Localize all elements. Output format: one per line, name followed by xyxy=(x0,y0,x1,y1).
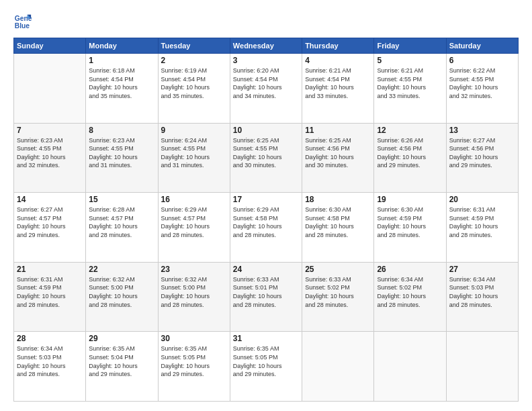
calendar-week-5: 28Sunrise: 6:34 AM Sunset: 5:03 PM Dayli… xyxy=(14,332,519,402)
calendar-cell: 15Sunrise: 6:28 AM Sunset: 4:57 PM Dayli… xyxy=(86,193,158,263)
day-detail: Sunrise: 6:18 AM Sunset: 4:54 PM Dayligh… xyxy=(89,66,154,100)
logo-icon: General Blue xyxy=(13,12,32,31)
calendar-cell: 30Sunrise: 6:35 AM Sunset: 5:05 PM Dayli… xyxy=(158,332,230,402)
day-number: 16 xyxy=(161,195,227,204)
calendar-header-friday: Friday xyxy=(374,38,446,54)
calendar-cell: 21Sunrise: 6:31 AM Sunset: 4:59 PM Dayli… xyxy=(14,262,86,332)
calendar-cell: 28Sunrise: 6:34 AM Sunset: 5:03 PM Dayli… xyxy=(14,332,86,402)
calendar-cell: 10Sunrise: 6:25 AM Sunset: 4:55 PM Dayli… xyxy=(230,123,302,193)
calendar-cell: 20Sunrise: 6:31 AM Sunset: 4:59 PM Dayli… xyxy=(446,193,518,263)
day-detail: Sunrise: 6:21 AM Sunset: 4:54 PM Dayligh… xyxy=(305,66,371,100)
day-detail: Sunrise: 6:34 AM Sunset: 5:03 PM Dayligh… xyxy=(17,345,83,378)
day-number: 7 xyxy=(17,126,83,135)
svg-text:Blue: Blue xyxy=(15,22,30,30)
calendar-cell xyxy=(14,54,86,124)
day-detail: Sunrise: 6:33 AM Sunset: 5:01 PM Dayligh… xyxy=(233,275,299,309)
logo: General Blue xyxy=(13,12,35,31)
day-detail: Sunrise: 6:34 AM Sunset: 5:02 PM Dayligh… xyxy=(377,275,443,309)
day-number: 3 xyxy=(233,56,299,65)
day-detail: Sunrise: 6:29 AM Sunset: 4:58 PM Dayligh… xyxy=(233,205,299,239)
day-number: 17 xyxy=(233,195,299,204)
calendar-cell: 2Sunrise: 6:19 AM Sunset: 4:54 PM Daylig… xyxy=(158,54,230,124)
day-detail: Sunrise: 6:35 AM Sunset: 5:05 PM Dayligh… xyxy=(161,345,227,378)
calendar-week-2: 7Sunrise: 6:23 AM Sunset: 4:55 PM Daylig… xyxy=(14,123,519,193)
day-number: 2 xyxy=(161,56,227,65)
calendar-cell: 23Sunrise: 6:32 AM Sunset: 5:00 PM Dayli… xyxy=(158,262,230,332)
calendar-cell: 9Sunrise: 6:24 AM Sunset: 4:55 PM Daylig… xyxy=(158,123,230,193)
day-number: 1 xyxy=(89,56,154,65)
day-number: 30 xyxy=(161,334,227,343)
calendar-header-row: SundayMondayTuesdayWednesdayThursdayFrid… xyxy=(14,38,519,54)
calendar-cell: 27Sunrise: 6:34 AM Sunset: 5:03 PM Dayli… xyxy=(446,262,518,332)
calendar-cell: 7Sunrise: 6:23 AM Sunset: 4:55 PM Daylig… xyxy=(14,123,86,193)
calendar-cell xyxy=(446,332,518,402)
day-detail: Sunrise: 6:22 AM Sunset: 4:55 PM Dayligh… xyxy=(449,66,515,100)
calendar-header-thursday: Thursday xyxy=(302,38,374,54)
day-number: 9 xyxy=(161,126,227,135)
day-detail: Sunrise: 6:19 AM Sunset: 4:54 PM Dayligh… xyxy=(161,66,227,100)
calendar-header-wednesday: Wednesday xyxy=(230,38,302,54)
calendar-cell: 14Sunrise: 6:27 AM Sunset: 4:57 PM Dayli… xyxy=(14,193,86,263)
day-detail: Sunrise: 6:27 AM Sunset: 4:56 PM Dayligh… xyxy=(449,136,515,170)
day-detail: Sunrise: 6:24 AM Sunset: 4:55 PM Dayligh… xyxy=(161,136,227,170)
day-number: 26 xyxy=(377,265,443,274)
day-detail: Sunrise: 6:23 AM Sunset: 4:55 PM Dayligh… xyxy=(17,136,83,170)
day-number: 14 xyxy=(17,195,83,204)
calendar-cell: 17Sunrise: 6:29 AM Sunset: 4:58 PM Dayli… xyxy=(230,193,302,263)
day-number: 11 xyxy=(305,126,371,135)
day-number: 29 xyxy=(89,334,154,343)
day-detail: Sunrise: 6:32 AM Sunset: 5:00 PM Dayligh… xyxy=(161,275,227,309)
day-number: 23 xyxy=(161,265,227,274)
day-detail: Sunrise: 6:30 AM Sunset: 4:59 PM Dayligh… xyxy=(377,205,443,239)
calendar-cell: 24Sunrise: 6:33 AM Sunset: 5:01 PM Dayli… xyxy=(230,262,302,332)
calendar-cell: 8Sunrise: 6:23 AM Sunset: 4:55 PM Daylig… xyxy=(86,123,158,193)
calendar-cell: 3Sunrise: 6:20 AM Sunset: 4:54 PM Daylig… xyxy=(230,54,302,124)
day-detail: Sunrise: 6:21 AM Sunset: 4:55 PM Dayligh… xyxy=(377,66,443,100)
day-detail: Sunrise: 6:29 AM Sunset: 4:57 PM Dayligh… xyxy=(161,205,227,239)
calendar-cell: 31Sunrise: 6:35 AM Sunset: 5:05 PM Dayli… xyxy=(230,332,302,402)
day-number: 4 xyxy=(305,56,371,65)
day-detail: Sunrise: 6:26 AM Sunset: 4:56 PM Dayligh… xyxy=(377,136,443,170)
day-number: 15 xyxy=(89,195,154,204)
header: General Blue xyxy=(13,12,519,31)
day-number: 8 xyxy=(89,126,154,135)
calendar-header-monday: Monday xyxy=(86,38,158,54)
day-detail: Sunrise: 6:28 AM Sunset: 4:57 PM Dayligh… xyxy=(89,205,154,239)
page: General Blue SundayMondayTuesdayWednesda… xyxy=(0,0,532,411)
calendar-cell: 5Sunrise: 6:21 AM Sunset: 4:55 PM Daylig… xyxy=(374,54,446,124)
day-detail: Sunrise: 6:20 AM Sunset: 4:54 PM Dayligh… xyxy=(233,66,299,100)
calendar-cell: 4Sunrise: 6:21 AM Sunset: 4:54 PM Daylig… xyxy=(302,54,374,124)
calendar-cell: 18Sunrise: 6:30 AM Sunset: 4:58 PM Dayli… xyxy=(302,193,374,263)
calendar-cell: 29Sunrise: 6:35 AM Sunset: 5:04 PM Dayli… xyxy=(86,332,158,402)
calendar-cell: 6Sunrise: 6:22 AM Sunset: 4:55 PM Daylig… xyxy=(446,54,518,124)
day-number: 24 xyxy=(233,265,299,274)
calendar-header-sunday: Sunday xyxy=(14,38,86,54)
calendar-cell xyxy=(302,332,374,402)
day-detail: Sunrise: 6:30 AM Sunset: 4:58 PM Dayligh… xyxy=(305,205,371,239)
day-detail: Sunrise: 6:32 AM Sunset: 5:00 PM Dayligh… xyxy=(89,275,154,309)
calendar-cell: 22Sunrise: 6:32 AM Sunset: 5:00 PM Dayli… xyxy=(86,262,158,332)
day-number: 21 xyxy=(17,265,83,274)
day-number: 25 xyxy=(305,265,371,274)
day-detail: Sunrise: 6:33 AM Sunset: 5:02 PM Dayligh… xyxy=(305,275,371,309)
day-detail: Sunrise: 6:35 AM Sunset: 5:05 PM Dayligh… xyxy=(233,345,299,378)
day-number: 6 xyxy=(449,56,515,65)
day-number: 19 xyxy=(377,195,443,204)
day-detail: Sunrise: 6:27 AM Sunset: 4:57 PM Dayligh… xyxy=(17,205,83,239)
day-detail: Sunrise: 6:31 AM Sunset: 4:59 PM Dayligh… xyxy=(17,275,83,309)
day-number: 13 xyxy=(449,126,515,135)
day-number: 10 xyxy=(233,126,299,135)
day-number: 12 xyxy=(377,126,443,135)
calendar-header-saturday: Saturday xyxy=(446,38,518,54)
calendar-header-tuesday: Tuesday xyxy=(158,38,230,54)
day-detail: Sunrise: 6:35 AM Sunset: 5:04 PM Dayligh… xyxy=(89,345,154,378)
day-detail: Sunrise: 6:31 AM Sunset: 4:59 PM Dayligh… xyxy=(449,205,515,239)
day-number: 31 xyxy=(233,334,299,343)
calendar-table: SundayMondayTuesdayWednesdayThursdayFrid… xyxy=(13,38,519,402)
day-detail: Sunrise: 6:23 AM Sunset: 4:55 PM Dayligh… xyxy=(89,136,154,170)
day-detail: Sunrise: 6:25 AM Sunset: 4:55 PM Dayligh… xyxy=(233,136,299,170)
day-detail: Sunrise: 6:34 AM Sunset: 5:03 PM Dayligh… xyxy=(449,275,515,309)
calendar-week-3: 14Sunrise: 6:27 AM Sunset: 4:57 PM Dayli… xyxy=(14,193,519,263)
calendar-cell: 16Sunrise: 6:29 AM Sunset: 4:57 PM Dayli… xyxy=(158,193,230,263)
calendar-cell: 26Sunrise: 6:34 AM Sunset: 5:02 PM Dayli… xyxy=(374,262,446,332)
